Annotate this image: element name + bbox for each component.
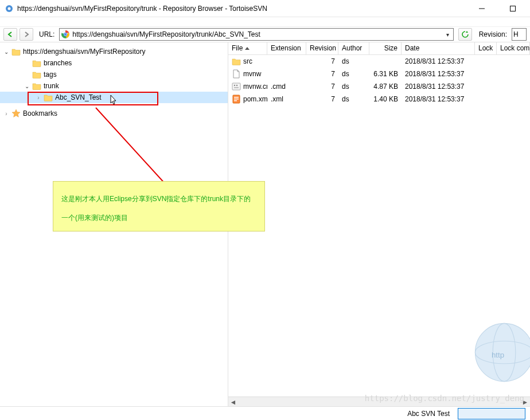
refresh-button[interactable] (458, 28, 472, 41)
nav-forward-button[interactable] (20, 28, 33, 41)
table-row[interactable]: pom.xml.xml7ds1.40 KB2018/8/31 12:53:37 (228, 93, 530, 105)
svg-point-7 (64, 33, 67, 36)
tree-label: Abc_SVN_Test (55, 93, 102, 101)
star-icon (11, 109, 21, 118)
url-label: URL: (39, 30, 54, 38)
nav-back-button[interactable] (3, 28, 17, 41)
file-name: mvnw.cmd (243, 83, 267, 91)
expander-icon[interactable]: › (34, 95, 42, 101)
folder-icon (32, 58, 41, 68)
file-list-body: src7ds2018/8/31 12:53:37mvnw7ds6.31 KB20… (228, 55, 530, 105)
tree-label: tags (44, 70, 57, 78)
cell-ext: .cmd (267, 83, 306, 91)
cell-ext: .xml (267, 95, 306, 103)
tree-root[interactable]: ⌄ https://dengshuai/svn/MyFirstRepositor… (0, 46, 228, 57)
annotation-text: 这是刚才本人用Eclipse分享到SVN指定仓库下的trunk目录下的一个(用来… (61, 195, 251, 222)
tree-bookmarks[interactable]: › Bookmarks (0, 108, 228, 119)
cell-size: 6.31 KB (369, 70, 402, 78)
tree-branches[interactable]: · branches (0, 57, 228, 69)
svg-text:http: http (492, 351, 504, 359)
maximize-button[interactable] (502, 3, 523, 14)
url-dropdown-icon[interactable]: ▾ (444, 32, 452, 38)
globe-watermark-icon: http (473, 321, 530, 386)
tree-label: branches (44, 59, 72, 67)
tree-label: trunk (44, 82, 59, 90)
url-input[interactable] (72, 29, 443, 40)
window-title: https://dengshuai/svn/MyFirstRepository/… (17, 5, 471, 13)
svg-rect-14 (234, 99, 239, 100)
status-bar: Abc SVN Test (0, 406, 530, 420)
tree-label: Bookmarks (23, 109, 57, 117)
tree-trunk[interactable]: ⌄ trunk (0, 80, 228, 92)
folder-icon (32, 70, 41, 79)
col-date[interactable]: Date (402, 42, 475, 54)
cell-size: 4.87 KB (369, 83, 402, 91)
cell-date: 2018/8/31 12:53:37 (402, 83, 475, 91)
expander-icon[interactable]: ⌄ (2, 49, 10, 55)
file-icon (232, 69, 241, 78)
col-size[interactable]: Size (369, 42, 402, 54)
cell-date: 2018/8/31 12:53:37 (402, 70, 475, 78)
col-lock[interactable]: Lock (475, 42, 497, 54)
col-revision[interactable]: Revision (306, 42, 338, 54)
url-combobox[interactable]: ▾ (59, 28, 453, 41)
annotation-note: 这是刚才本人用Eclipse分享到SVN指定仓库下的trunk目录下的一个(用来… (53, 181, 265, 231)
svg-point-1 (8, 7, 11, 10)
col-lock-comment[interactable]: Lock comment (497, 42, 530, 54)
cell-date: 2018/8/31 12:53:37 (402, 95, 475, 103)
tree-selected-item[interactable]: › Abc_SVN_Test (0, 92, 228, 103)
toolbar: URL: ▾ Revision: (0, 26, 530, 42)
cell-date: 2018/8/31 12:53:37 (402, 57, 475, 65)
app-icon (5, 4, 14, 13)
col-author[interactable]: Author (338, 42, 369, 54)
table-row[interactable]: src7ds2018/8/31 12:53:37 (228, 55, 530, 68)
cell-size: 1.40 KB (369, 95, 402, 103)
svg-rect-9 (232, 83, 240, 90)
cell-rev: 7 (306, 70, 338, 78)
column-headers: File Extension Revision Author Size Date… (228, 42, 530, 55)
cell-author: ds (338, 95, 369, 103)
file-name: src (243, 57, 252, 65)
revision-input[interactable] (512, 28, 527, 41)
revision-label: Revision: (479, 30, 507, 38)
folder-icon (232, 57, 241, 66)
file-name: mvnw (243, 70, 261, 78)
scroll-left-icon[interactable]: ◄ (228, 397, 238, 406)
col-file[interactable]: File (228, 42, 267, 54)
svg-point-11 (236, 85, 237, 86)
folder-icon (32, 81, 41, 91)
cell-rev: 7 (306, 95, 338, 103)
tree-tags[interactable]: · tags (0, 69, 228, 80)
file-name: pom.xml (243, 95, 267, 103)
expander-icon[interactable]: › (2, 111, 10, 117)
cell-rev: 7 (306, 83, 338, 91)
expander-icon[interactable]: ⌄ (23, 83, 31, 89)
tree-label: https://dengshuai/svn/MyFirstRepository (23, 48, 145, 56)
cell-author: ds (338, 83, 369, 91)
chrome-icon (61, 30, 70, 39)
cell-rev: 7 (306, 57, 338, 65)
svg-rect-13 (234, 97, 239, 98)
minimize-button[interactable] (471, 3, 492, 14)
folder-icon (44, 93, 53, 102)
svg-point-10 (234, 85, 235, 86)
ok-button[interactable] (458, 408, 525, 419)
status-text: Abc SVN Test (407, 410, 450, 418)
col-extension[interactable]: Extension (267, 42, 306, 54)
folder-icon (11, 47, 21, 56)
watermark-text: https://blog.csdn.net/justry_deng (365, 394, 524, 403)
table-row[interactable]: mvnw.cmd.cmd7ds4.87 KB2018/8/31 12:53:37 (228, 80, 530, 93)
svg-rect-3 (510, 6, 516, 11)
table-row[interactable]: mvnw7ds6.31 KB2018/8/31 12:53:37 (228, 68, 530, 80)
cell-author: ds (338, 57, 369, 65)
cmd-icon (232, 82, 241, 91)
cell-author: ds (338, 70, 369, 78)
xml-icon (232, 95, 241, 104)
titlebar: https://dengshuai/svn/MyFirstRepository/… (0, 0, 530, 17)
svg-rect-15 (234, 100, 237, 101)
